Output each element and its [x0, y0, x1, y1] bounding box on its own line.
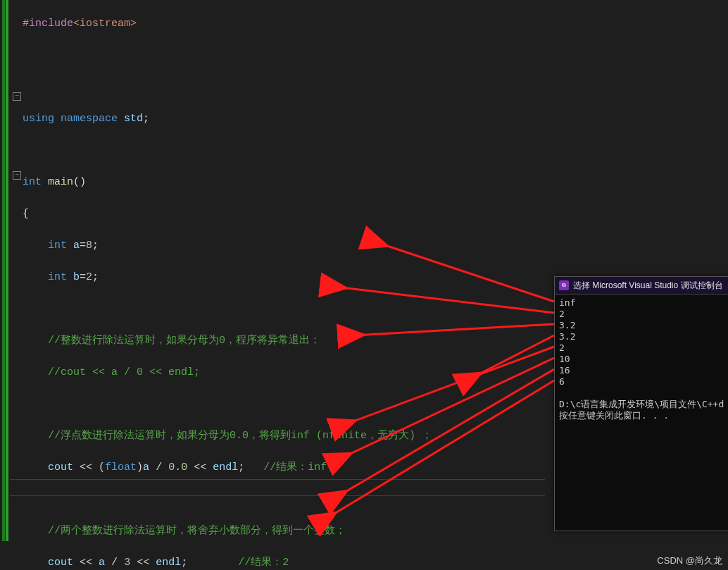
- console-titlebar[interactable]: ⧉ 选择 Microsoft Visual Studio 调试控制台: [555, 277, 728, 295]
- fold-icon[interactable]: −: [13, 171, 21, 180]
- debug-console-window[interactable]: ⧉ 选择 Microsoft Visual Studio 调试控制台 inf 2…: [554, 276, 728, 531]
- fold-icon[interactable]: −: [13, 92, 21, 101]
- watermark: CSDN @尚久龙: [657, 554, 722, 567]
- console-icon: ⧉: [559, 280, 569, 290]
- console-title-text: 选择 Microsoft Visual Studio 调试控制台: [573, 280, 723, 292]
- console-output: inf 2 3.2 3.2 2 10 16 6 D:\c语言集成开发环境\项目文…: [555, 295, 728, 424]
- gutter: [0, 0, 10, 570]
